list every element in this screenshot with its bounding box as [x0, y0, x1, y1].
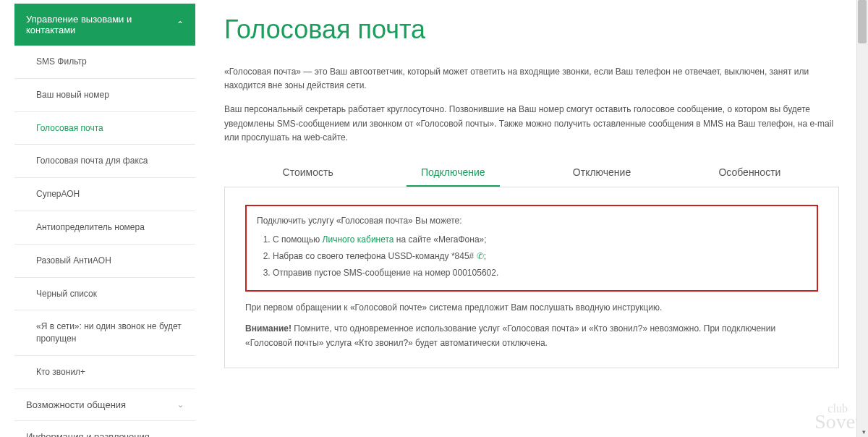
box-intro: Подключить услугу «Голосовая почта» Вы м…: [257, 213, 807, 228]
sidebar-collapse-link[interactable]: Информация и развлечения ⌄: [14, 421, 195, 437]
sidebar-collapse-label: Информация и развлечения: [26, 431, 150, 437]
sidebar-item-voicemail-fax[interactable]: Голосовая почта для факса: [14, 145, 195, 177]
sidebar-collapse-label: Возможности общения: [26, 399, 126, 410]
sidebar-item-anti-caller-id[interactable]: Антиопределитель номера: [14, 211, 195, 244]
tab-connect[interactable]: Подключение: [407, 158, 500, 187]
list-item: Набрав со своего телефона USSD-команду *…: [273, 249, 807, 264]
tabs: Стоимость Подключение Отключение Особенн…: [224, 158, 839, 187]
highlight-box: Подключить услугу «Голосовая почта» Вы м…: [245, 205, 818, 292]
after-box-text: При первом обращении к «Голосовой почте»…: [245, 300, 818, 315]
tab-content: Подключить услугу «Голосовая почта» Вы м…: [224, 187, 839, 368]
ussd-code: *845#: [451, 251, 474, 261]
phone-icon: ✆: [477, 249, 484, 263]
page-title: Голосовая почта: [224, 14, 839, 45]
chevron-down-icon: ⌄: [177, 432, 184, 437]
sidebar: Управление вызовами и контактами ⌃ SMS Ф…: [14, 0, 195, 437]
warning-notice: Внимание! Помните, что одновременное исп…: [245, 321, 818, 351]
scroll-down-icon[interactable]: ▾: [862, 428, 866, 436]
scrollbar[interactable]: ▴ ▾: [856, 0, 868, 437]
tab-features[interactable]: Особенности: [704, 158, 795, 187]
chevron-up-icon: ⌃: [176, 20, 184, 30]
sidebar-section-label: Управление вызовами и контактами: [26, 14, 176, 35]
tab-disconnect[interactable]: Отключение: [558, 158, 645, 187]
sidebar-item-onetime-antiaon[interactable]: Разовый АнтиАОН: [14, 245, 195, 277]
tab-price[interactable]: Стоимость: [268, 158, 348, 187]
sidebar-item-sms-filter[interactable]: SMS Фильтр: [14, 46, 195, 78]
sidebar-item-online[interactable]: «Я в сети»: ни один звонок не будет проп…: [14, 310, 195, 355]
warning-text: Помните, что одновременное использование…: [245, 323, 775, 348]
description-2: Ваш персональный секретарь работает круг…: [224, 103, 839, 145]
chevron-down-icon: ⌄: [177, 400, 184, 410]
sidebar-item-who-called[interactable]: Кто звонил+: [14, 356, 195, 389]
sidebar-item-superaon[interactable]: СуперАОН: [14, 178, 195, 211]
scrollbar-thumb[interactable]: [858, 0, 867, 43]
sidebar-item-new-number[interactable]: Ваш новый номер: [14, 79, 195, 111]
list-item: С помощью Личного кабинета на сайте «Мег…: [273, 232, 807, 247]
sidebar-section-header[interactable]: Управление вызовами и контактами ⌃: [14, 4, 195, 46]
warning-label: Внимание!: [245, 323, 292, 334]
sidebar-section-communication: Возможности общения ⌄: [14, 389, 195, 421]
sidebar-items: SMS Фильтр Ваш новый номер Голосовая поч…: [14, 46, 195, 389]
list-item: Отправив пустое SMS-сообщение на номер 0…: [273, 266, 807, 280]
sidebar-item-blacklist[interactable]: Черный список: [14, 278, 195, 310]
description-1: «Голосовая почта» — это Ваш автоответчик…: [224, 65, 839, 93]
sidebar-item-voicemail[interactable]: Голосовая почта: [14, 112, 195, 145]
instruction-list: С помощью Личного кабинета на сайте «Мег…: [257, 232, 807, 280]
personal-account-link[interactable]: Личного кабинета: [323, 234, 394, 245]
main-content: Голосовая почта «Голосовая почта» — это …: [195, 0, 854, 437]
sidebar-section-info: Информация и развлечения ⌄: [14, 421, 195, 437]
sidebar-collapse-link[interactable]: Возможности общения ⌄: [14, 389, 195, 420]
